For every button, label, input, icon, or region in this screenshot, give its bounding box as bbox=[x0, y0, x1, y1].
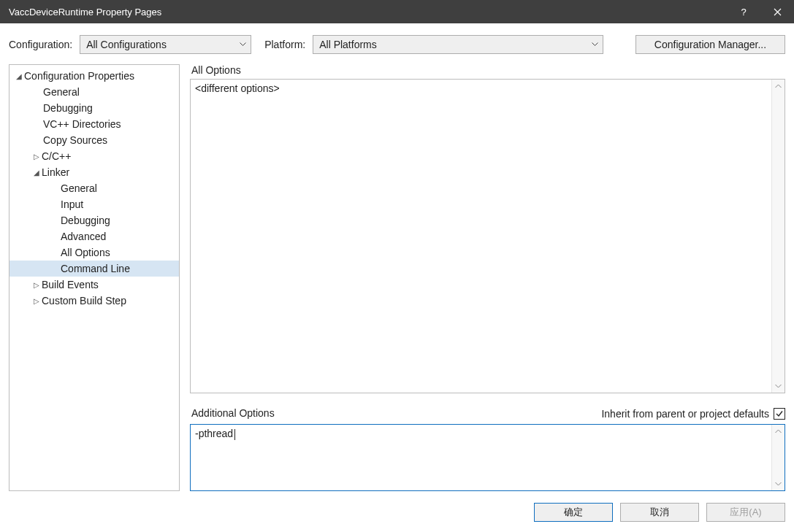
all-options-label: All Options bbox=[191, 64, 785, 76]
tree-collapse-icon[interactable]: ◢ bbox=[31, 169, 42, 177]
tree-expand-icon[interactable]: ▷ bbox=[31, 153, 42, 161]
tree-item-label: Custom Build Step bbox=[42, 295, 126, 307]
window-title: VaccDeviceRuntime Property Pages bbox=[9, 7, 727, 18]
tree-item-label: All Options bbox=[61, 247, 110, 258]
additional-options-value: -pthread bbox=[195, 428, 235, 439]
tree-item-label: Debugging bbox=[43, 102, 93, 114]
tree-root-label: Configuration Properties bbox=[24, 70, 134, 82]
cancel-button-label: 取消 bbox=[650, 506, 669, 519]
dialog-content: Configuration: All Configurations Platfo… bbox=[0, 23, 794, 532]
configuration-manager-button[interactable]: Configuration Manager... bbox=[635, 35, 785, 54]
help-button[interactable]: ? bbox=[727, 0, 760, 23]
tree-item-copy-sources[interactable]: Copy Sources bbox=[9, 132, 179, 148]
apply-button[interactable]: 应用(A) bbox=[706, 503, 785, 522]
scrollbar[interactable] bbox=[771, 80, 785, 393]
main-row: ◢ Configuration Properties General Debug… bbox=[9, 64, 785, 491]
platform-value: All Platforms bbox=[319, 39, 377, 50]
tree-item-label: Linker bbox=[42, 166, 69, 178]
additional-options-textbox[interactable]: -pthread bbox=[190, 424, 785, 491]
tree-item-linker-input[interactable]: Input bbox=[9, 196, 179, 212]
tree-item-build-events[interactable]: ▷ Build Events bbox=[9, 277, 179, 293]
tree-item-linker-all-options[interactable]: All Options bbox=[9, 244, 179, 261]
tree-collapse-icon[interactable]: ◢ bbox=[14, 72, 24, 80]
ok-button[interactable]: 确定 bbox=[534, 503, 613, 522]
tree-item-label: VC++ Directories bbox=[43, 118, 121, 130]
tree-item-label: Debugging bbox=[61, 215, 110, 226]
chevron-down-icon bbox=[592, 42, 598, 47]
platform-dropdown[interactable]: All Platforms bbox=[313, 35, 603, 54]
configuration-label: Configuration: bbox=[9, 39, 72, 50]
all-options-value: <different options> bbox=[195, 82, 280, 94]
titlebar: VaccDeviceRuntime Property Pages ? bbox=[0, 0, 794, 23]
check-icon bbox=[775, 409, 784, 418]
cancel-button[interactable]: 取消 bbox=[620, 503, 699, 522]
tree-item-vcpp-directories[interactable]: VC++ Directories bbox=[9, 116, 179, 132]
tree-expand-icon[interactable]: ▷ bbox=[31, 297, 42, 305]
tree-item-general[interactable]: General bbox=[9, 84, 179, 100]
tree-item-ccpp[interactable]: ▷ C/C++ bbox=[9, 148, 179, 164]
tree-item-linker-debugging[interactable]: Debugging bbox=[9, 212, 179, 228]
tree-expand-icon[interactable]: ▷ bbox=[31, 281, 42, 289]
tree-item-label: Advanced bbox=[61, 231, 106, 242]
chevron-down-icon bbox=[240, 42, 246, 47]
right-panel: All Options <different options> Addition… bbox=[190, 64, 785, 491]
tree-item-label: General bbox=[61, 182, 97, 194]
scroll-up-icon[interactable] bbox=[772, 80, 785, 93]
tree-item-label: Command Line bbox=[61, 263, 130, 274]
configuration-dropdown[interactable]: All Configurations bbox=[80, 35, 251, 54]
scrollbar[interactable] bbox=[771, 425, 785, 490]
inherit-checkbox[interactable] bbox=[774, 408, 785, 420]
tree-item-label: C/C++ bbox=[42, 150, 71, 162]
inherit-label: Inherit from parent or project defaults bbox=[601, 408, 769, 420]
tree-item-linker[interactable]: ◢ Linker bbox=[9, 164, 179, 180]
platform-label: Platform: bbox=[264, 39, 305, 50]
toolbar-row: Configuration: All Configurations Platfo… bbox=[9, 35, 785, 54]
additional-options-label: Additional Options bbox=[191, 407, 275, 419]
tree-item-label: Copy Sources bbox=[43, 134, 107, 146]
apply-button-label: 应用(A) bbox=[730, 506, 761, 519]
dialog-button-row: 确定 取消 应用(A) bbox=[9, 503, 785, 522]
scroll-down-icon[interactable] bbox=[772, 477, 785, 490]
tree-item-label: General bbox=[43, 86, 80, 98]
tree-item-linker-advanced[interactable]: Advanced bbox=[9, 228, 179, 244]
help-icon: ? bbox=[741, 7, 746, 18]
tree-item-label: Input bbox=[61, 198, 83, 210]
close-button[interactable] bbox=[760, 0, 794, 23]
ok-button-label: 确定 bbox=[564, 506, 583, 519]
tree-panel[interactable]: ◢ Configuration Properties General Debug… bbox=[9, 64, 180, 491]
scroll-down-icon[interactable] bbox=[772, 379, 785, 393]
configuration-value: All Configurations bbox=[86, 39, 167, 50]
tree-item-linker-command-line[interactable]: Command Line bbox=[9, 261, 179, 277]
configuration-manager-label: Configuration Manager... bbox=[654, 39, 766, 50]
tree-item-custom-build-step[interactable]: ▷ Custom Build Step bbox=[9, 293, 179, 309]
scroll-up-icon[interactable] bbox=[772, 425, 785, 438]
tree-item-linker-general[interactable]: General bbox=[9, 180, 179, 196]
tree-item-debugging[interactable]: Debugging bbox=[9, 100, 179, 116]
additional-options-header-row: Additional Options Inherit from parent o… bbox=[190, 398, 785, 424]
all-options-textbox[interactable]: <different options> bbox=[190, 79, 785, 393]
tree-item-label: Build Events bbox=[42, 279, 99, 290]
close-icon bbox=[774, 8, 782, 16]
inherit-row: Inherit from parent or project defaults bbox=[601, 404, 785, 424]
tree-root-configuration-properties[interactable]: ◢ Configuration Properties bbox=[9, 68, 179, 84]
